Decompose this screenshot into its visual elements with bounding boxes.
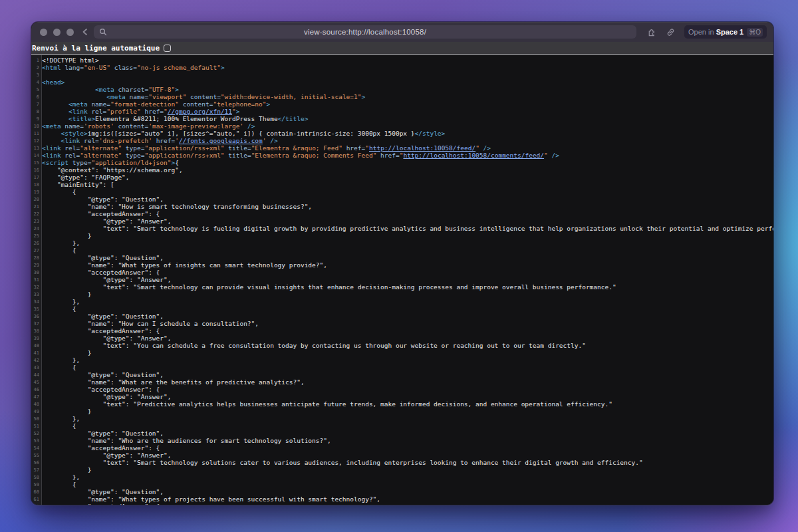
source-line: 49 } xyxy=(31,408,773,415)
browser-titlebar: view-source:http://localhost:10058/ Open… xyxy=(31,22,773,42)
open-in-label: Open in xyxy=(688,28,716,36)
line-number: 22 xyxy=(31,210,42,217)
source-line: 1<!DOCTYPE html> xyxy=(31,57,773,64)
source-code-text: { xyxy=(42,188,76,196)
source-code-text: <meta name='robots' content='max-image-p… xyxy=(42,122,255,130)
source-code-text: }, xyxy=(42,356,80,364)
source-line: 23 "@type": "Answer", xyxy=(31,217,773,225)
chevron-left-icon xyxy=(81,27,89,37)
source-line: 5 <meta charset="UTF-8"> xyxy=(31,86,773,93)
extensions-puzzle-icon[interactable] xyxy=(647,27,657,37)
source-link[interactable]: //fonts.googleapis.com xyxy=(179,137,263,144)
source-line: 58 }, xyxy=(31,473,773,481)
line-number: 12 xyxy=(31,137,42,144)
source-line: 45 "name": "What are the benefits of pre… xyxy=(31,378,773,386)
source-code-text: "name": "How can I schedule a consultati… xyxy=(42,320,259,327)
browser-window: view-source:http://localhost:10058/ Open… xyxy=(31,22,773,505)
source-line: 16 "@context": "https://schema.org", xyxy=(31,166,773,174)
line-number: 28 xyxy=(31,254,42,261)
source-code-text: }, xyxy=(42,239,80,247)
line-number: 25 xyxy=(31,232,42,239)
source-code-text: "@type": "Answer", xyxy=(42,276,171,283)
line-number: 13 xyxy=(31,144,42,152)
source-code-text: "name": "Who are the audiences for smart… xyxy=(42,437,331,444)
source-code-text: "@type": "Answer", xyxy=(42,334,171,342)
source-code-text: <head> xyxy=(42,78,65,86)
line-number: 52 xyxy=(31,430,42,437)
line-number: 39 xyxy=(31,334,42,342)
line-number: 3 xyxy=(31,71,42,78)
traffic-light-zoom-button[interactable] xyxy=(66,29,74,36)
source-code-text: "@type": "Question", xyxy=(42,371,164,378)
source-line: 48 "text": "Predictive analytics helps b… xyxy=(31,400,773,408)
source-line: 38 "acceptedAnswer": { xyxy=(31,327,773,334)
line-number: 58 xyxy=(31,473,42,481)
source-line: 3 xyxy=(31,71,773,78)
source-code-text: "@type": "FAQPage", xyxy=(42,174,130,181)
source-line: 55 "@type": "Answer", xyxy=(31,452,773,459)
line-number: 57 xyxy=(31,466,42,473)
source-line: 57 } xyxy=(31,466,773,473)
source-code-text: { xyxy=(42,364,76,371)
source-line: 8 <link rel="profile" href="//gmpg.org/x… xyxy=(31,108,773,115)
line-number: 36 xyxy=(31,313,42,320)
space-name-label: Space 1 xyxy=(716,28,744,36)
source-line: 50 }, xyxy=(31,415,773,422)
source-line: 10<meta name='robots' content='max-image… xyxy=(31,122,773,130)
source-code-text: "name": "What are the benefits of predic… xyxy=(42,378,305,386)
line-number: 37 xyxy=(31,320,42,327)
open-in-space-button[interactable]: Open in Space 1 ⌘O xyxy=(684,25,767,39)
source-code-text: "acceptedAnswer": { xyxy=(42,327,160,334)
line-number: 6 xyxy=(31,93,42,100)
source-line: 4<head> xyxy=(31,78,773,86)
line-number: 48 xyxy=(31,400,42,408)
source-code-text: "@type": "Question", xyxy=(42,313,164,320)
source-line: 37 "name": "How can I schedule a consult… xyxy=(31,320,773,327)
line-number: 50 xyxy=(31,415,42,422)
source-line: 56 "text": "Smart technology solutions c… xyxy=(31,459,773,466)
line-number: 16 xyxy=(31,166,42,174)
traffic-light-close-button[interactable] xyxy=(40,29,47,36)
line-number: 1 xyxy=(31,57,42,64)
source-line: 6 <meta name="viewport" content="width=d… xyxy=(31,93,773,100)
line-number: 32 xyxy=(31,283,42,291)
line-number: 9 xyxy=(31,115,42,122)
source-line: 62 "acceptedAnswer": { xyxy=(31,503,773,505)
source-link[interactable]: http://localhost:10058/comments/feed/ xyxy=(403,152,544,159)
source-code-text: "@type": "Question", xyxy=(42,196,164,203)
source-code-text: "mainEntity": [ xyxy=(42,181,114,188)
line-wrap-checkbox[interactable] xyxy=(164,45,171,52)
source-code-text: "name": "What types of insights can smar… xyxy=(42,261,327,269)
source-line: 53 "name": "Who are the audiences for sm… xyxy=(31,437,773,444)
source-code-text: { xyxy=(42,422,76,430)
line-number: 46 xyxy=(31,386,42,393)
source-link[interactable]: http://localhost:10058/feed/ xyxy=(369,144,475,152)
source-code-text: "@type": "Question", xyxy=(42,430,164,437)
source-code-text: "acceptedAnswer": { xyxy=(42,210,160,217)
source-line: 46 "acceptedAnswer": { xyxy=(31,386,773,393)
line-number: 20 xyxy=(31,196,42,203)
source-code-text: "text": "You can schedule a free consult… xyxy=(42,342,586,349)
line-number: 40 xyxy=(31,342,42,349)
line-number: 7 xyxy=(31,100,42,108)
source-line: 24 "text": "Smart technology is fueling … xyxy=(31,225,773,232)
source-view: 1<!DOCTYPE html>2<html lang="en-US" clas… xyxy=(31,55,773,505)
copy-link-icon[interactable] xyxy=(666,27,676,37)
source-code-text: <html lang="en-US" class="no-js scheme_d… xyxy=(42,64,225,71)
source-line: 52 "@type": "Question", xyxy=(31,430,773,437)
line-number: 33 xyxy=(31,291,42,298)
line-number: 19 xyxy=(31,188,42,196)
source-code-text: <style>img:is([sizes="auto" i], [sizes^=… xyxy=(42,130,445,137)
line-number: 56 xyxy=(31,459,42,466)
back-button[interactable] xyxy=(81,27,89,37)
source-link[interactable]: //gmpg.org/xfn/11 xyxy=(168,108,232,115)
address-bar[interactable]: view-source:http://localhost:10058/ xyxy=(94,25,636,39)
source-line: 35 { xyxy=(31,305,773,313)
line-number: 45 xyxy=(31,378,42,386)
search-icon xyxy=(99,28,107,36)
source-code-text: } xyxy=(42,349,91,356)
traffic-light-minimize-button[interactable] xyxy=(53,29,61,36)
source-line: 7 <meta name="format-detection" content=… xyxy=(31,100,773,108)
source-code-text: <link rel="alternate" type="application/… xyxy=(42,152,559,159)
line-number: 21 xyxy=(31,203,42,210)
